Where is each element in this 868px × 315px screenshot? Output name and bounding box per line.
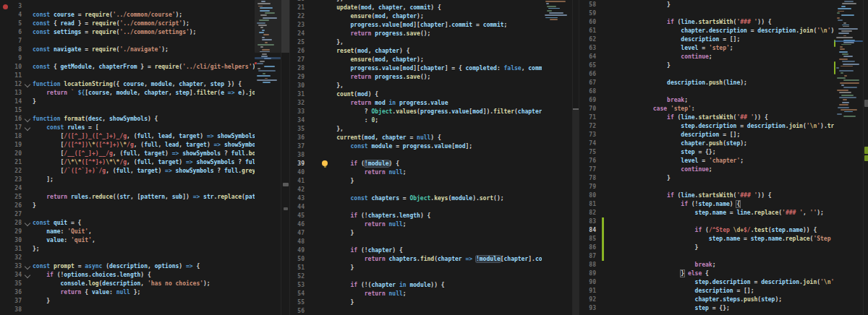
- glyph-margin[interactable]: [0, 184, 12, 193]
- line-number[interactable]: 68: [579, 87, 596, 96]
- code-line[interactable]: 4const course = require('../common/cours…: [0, 11, 289, 20]
- code-area[interactable]: 58 }5960 if (line.startsWith('### ')) {6…: [579, 1, 868, 313]
- line-number[interactable]: 72: [579, 122, 596, 131]
- line-number[interactable]: 65: [579, 61, 596, 70]
- chevron-down-icon[interactable]: [25, 116, 30, 122]
- line-number[interactable]: 91: [579, 287, 596, 295]
- line-number[interactable]: 21: [12, 158, 22, 167]
- line-number[interactable]: 16: [12, 115, 22, 124]
- glyph-margin[interactable]: [0, 219, 12, 228]
- glyph-margin[interactable]: [0, 158, 12, 167]
- line-number[interactable]: 80: [579, 191, 596, 200]
- code-line[interactable]: 45 if (!chapters.length) {: [290, 212, 579, 220]
- line-number[interactable]: 30: [12, 236, 22, 245]
- code-line[interactable]: 53 if (!(chapter in module)) {: [290, 281, 579, 290]
- code-line[interactable]: 69 break;: [579, 96, 868, 105]
- code-line[interactable]: 49 if (!chapter) {: [290, 246, 579, 255]
- code-line[interactable]: 82 step.name = line.replace('### ', '');: [579, 209, 868, 217]
- chevron-down-icon[interactable]: [25, 82, 30, 87]
- glyph-margin[interactable]: [0, 167, 12, 176]
- line-number[interactable]: 35: [12, 280, 22, 288]
- code-line[interactable]: 21 [/\*\*([^*]+)\*\*/g, (full, target) =…: [0, 158, 289, 167]
- line-number[interactable]: 85: [579, 235, 596, 243]
- line-number[interactable]: 82: [579, 209, 596, 217]
- glyph-margin[interactable]: [0, 150, 12, 158]
- code-line[interactable]: 16function format(desc, showSymbols) {: [0, 115, 289, 124]
- glyph-margin[interactable]: [0, 236, 12, 245]
- line-number[interactable]: 39: [290, 160, 305, 168]
- line-number[interactable]: 84: [579, 226, 596, 235]
- glyph-margin[interactable]: [0, 2, 12, 11]
- line-number[interactable]: 28: [290, 64, 305, 73]
- line-number[interactable]: 60: [579, 18, 596, 27]
- glyph-margin[interactable]: [0, 72, 12, 80]
- code-line[interactable]: 61 chapter.description = description.joi…: [579, 27, 868, 35]
- code-line[interactable]: 46 return null;: [290, 220, 579, 229]
- line-number[interactable]: 86: [579, 243, 596, 252]
- glyph-margin[interactable]: [0, 54, 12, 63]
- line-number[interactable]: 38: [290, 151, 305, 160]
- line-number[interactable]: 34: [290, 116, 305, 125]
- glyph-margin[interactable]: [0, 80, 12, 89]
- line-number[interactable]: 14: [12, 98, 22, 106]
- line-number[interactable]: 49: [290, 246, 305, 255]
- line-number[interactable]: 13: [12, 89, 22, 98]
- line-number[interactable]: 37: [12, 297, 22, 306]
- line-number[interactable]: 40: [290, 168, 305, 177]
- code-line[interactable]: 33const prompt = async (description, opt…: [0, 262, 289, 271]
- code-line[interactable]: 65 }: [579, 61, 868, 70]
- code-line[interactable]: 35 console.log(description, 'has no choi…: [0, 280, 289, 288]
- code-line[interactable]: 71 if (line.startsWith('## ')) {: [579, 113, 868, 122]
- code-line[interactable]: 31 count(mod) {: [290, 90, 579, 99]
- code-line[interactable]: 22 ensure(mod, chapter);: [290, 12, 579, 21]
- line-number[interactable]: 89: [579, 269, 596, 278]
- code-line[interactable]: 21 update(mod, chapter, commit) {: [290, 4, 579, 12]
- code-line[interactable]: 44: [290, 203, 579, 212]
- glyph-margin[interactable]: [0, 271, 12, 280]
- glyph-margin[interactable]: [0, 210, 12, 219]
- code-line[interactable]: 92 chapter.steps.push(step);: [579, 295, 868, 304]
- glyph-margin[interactable]: [0, 132, 12, 141]
- line-number[interactable]: 48: [290, 238, 305, 246]
- code-line[interactable]: 6const settings = require('../common/set…: [0, 28, 289, 37]
- minimap[interactable]: [834, 0, 863, 315]
- code-line[interactable]: 78 }: [579, 174, 868, 183]
- code-line[interactable]: 63 level = 'step';: [579, 44, 868, 53]
- code-line[interactable]: 93 step = {};: [579, 304, 868, 313]
- code-line[interactable]: 81 if (!step.name) {: [579, 200, 868, 209]
- code-line[interactable]: 39 if (!module) {: [290, 160, 579, 168]
- line-number[interactable]: 59: [579, 9, 596, 18]
- line-number[interactable]: 11: [12, 72, 22, 80]
- code-line[interactable]: 35 },: [290, 125, 579, 134]
- code-line[interactable]: 54 return null;: [290, 290, 579, 298]
- line-number[interactable]: 26: [12, 202, 22, 210]
- code-line[interactable]: 55 }: [290, 298, 579, 307]
- code-line[interactable]: 52: [290, 272, 579, 281]
- code-line[interactable]: 58 }: [579, 1, 868, 9]
- code-line[interactable]: 29 name: 'Quit',: [0, 228, 289, 236]
- line-number[interactable]: 37: [290, 142, 305, 151]
- breakpoint-icon[interactable]: [3, 4, 8, 9]
- line-number[interactable]: 81: [579, 200, 596, 209]
- line-number[interactable]: 4: [12, 11, 22, 20]
- line-number[interactable]: 69: [579, 96, 596, 105]
- code-line[interactable]: 10const { getModule, chapterFrom } = req…: [0, 63, 289, 72]
- code-line[interactable]: 73 description = [];: [579, 131, 868, 139]
- code-line[interactable]: 66: [579, 70, 868, 79]
- line-number[interactable]: 50: [290, 255, 305, 264]
- line-number[interactable]: 63: [579, 44, 596, 53]
- code-line[interactable]: 27: [0, 210, 289, 219]
- code-line[interactable]: 15: [0, 106, 289, 115]
- line-number[interactable]: 58: [579, 1, 596, 9]
- glyph-margin[interactable]: [0, 288, 12, 297]
- code-line[interactable]: 30 value: 'quit',: [0, 236, 289, 245]
- line-number[interactable]: 29: [12, 228, 22, 236]
- code-line[interactable]: 26 reset(mod, chapter) {: [290, 47, 579, 56]
- code-line[interactable]: 37 const module = progress.value[mod];: [290, 142, 579, 151]
- code-line[interactable]: 7: [0, 37, 289, 46]
- line-number[interactable]: 33: [290, 108, 305, 116]
- code-line[interactable]: 47 }: [290, 229, 579, 238]
- glyph-margin[interactable]: [0, 20, 12, 28]
- line-number[interactable]: 92: [579, 295, 596, 304]
- line-number[interactable]: 19: [12, 141, 22, 150]
